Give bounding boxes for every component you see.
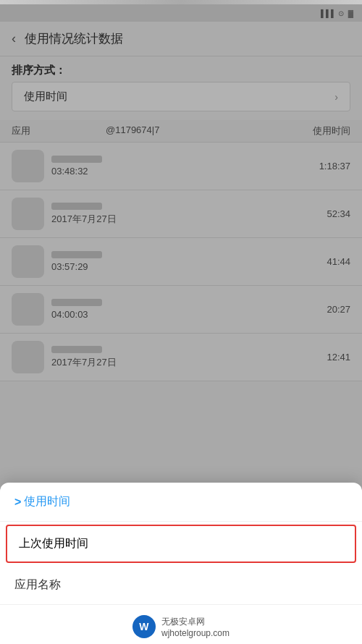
dropdown-panel: 使用时间 上次使用时间 应用名称 xyxy=(0,483,362,605)
watermark-logo: W xyxy=(132,615,156,638)
watermark-site: 无极安卓网 xyxy=(161,616,230,628)
phone-container: ▐▐▐ ⊙ ▓ ‹ 使用情况统计数据 排序方式： 使用时间 › 应用 @1179… xyxy=(0,0,362,644)
watermark: W 无极安卓网 wjhotelgroup.com xyxy=(0,605,362,644)
dropdown-item-label: 应用名称 xyxy=(14,577,61,593)
dropdown-item-label: 上次使用时间 xyxy=(19,536,88,551)
watermark-info: 无极安卓网 wjhotelgroup.com xyxy=(161,616,230,638)
dropdown-item-label: 使用时间 xyxy=(24,494,70,509)
dropdown-item-app-name[interactable]: 应用名称 xyxy=(0,566,362,605)
dropdown-item-last-used[interactable]: 上次使用时间 xyxy=(6,525,356,563)
dropdown-item-usage-time[interactable]: 使用时间 xyxy=(0,483,362,522)
watermark-url: wjhotelgroup.com xyxy=(161,628,230,638)
screen: ▐▐▐ ⊙ ▓ ‹ 使用情况统计数据 排序方式： 使用时间 › 应用 @1179… xyxy=(0,4,362,644)
